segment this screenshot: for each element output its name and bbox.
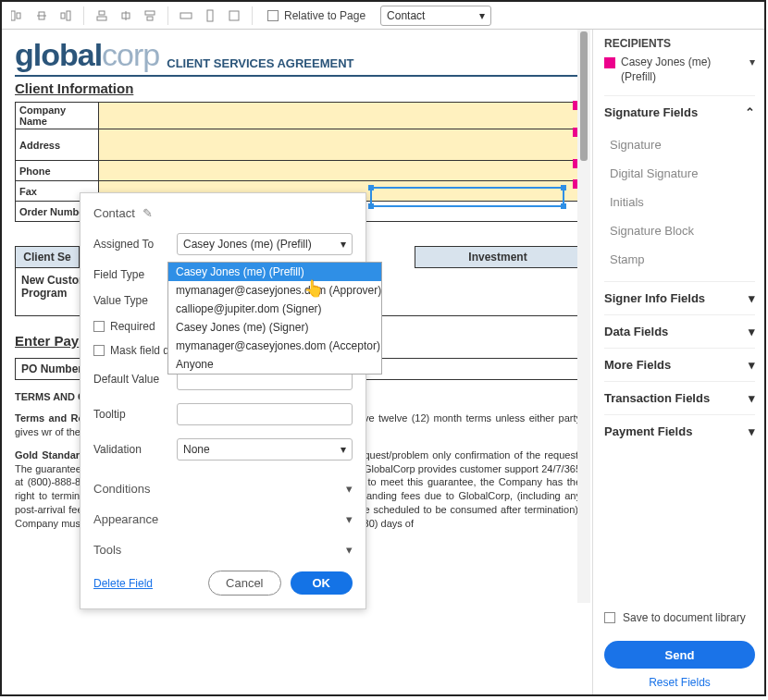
chevron-down-icon: ▾ bbox=[346, 482, 353, 496]
size-icon-2[interactable] bbox=[200, 6, 220, 26]
dropdown-item[interactable]: Casey Jones (me) (Signer) bbox=[168, 318, 381, 337]
align-icon-1[interactable] bbox=[7, 6, 28, 26]
chevron-down-icon: ▾ bbox=[479, 9, 485, 22]
tooltip-input[interactable] bbox=[177, 403, 353, 425]
chevron-down-icon: ▾ bbox=[346, 512, 353, 526]
toolbar-field-select[interactable]: Contact ▾ bbox=[380, 6, 491, 26]
svg-rect-13 bbox=[207, 10, 213, 21]
svg-rect-7 bbox=[99, 11, 105, 15]
align-icon-5[interactable] bbox=[116, 6, 136, 26]
chevron-down-icon: ▾ bbox=[749, 424, 755, 438]
svg-rect-5 bbox=[61, 13, 65, 18]
payment-fields-section[interactable]: Payment Fields▾ bbox=[604, 414, 755, 448]
dropdown-item[interactable]: mymanager@caseyjones.dom (Acceptor) bbox=[168, 337, 381, 355]
send-button[interactable]: Send bbox=[604, 641, 755, 669]
popup-title: Contact bbox=[93, 206, 135, 220]
appearance-section[interactable]: Appearance▾ bbox=[93, 504, 353, 534]
conditions-section[interactable]: Conditions▾ bbox=[93, 473, 353, 504]
svg-rect-10 bbox=[145, 11, 155, 15]
more-fields-section[interactable]: More Fields▾ bbox=[604, 348, 755, 381]
svg-rect-11 bbox=[147, 17, 153, 20]
transaction-fields-section[interactable]: Transaction Fields▾ bbox=[604, 381, 755, 414]
sig-item-stamp[interactable]: Stamp bbox=[610, 245, 755, 274]
save-library-checkbox[interactable]: Save to document library bbox=[604, 602, 755, 633]
chevron-down-icon: ▾ bbox=[341, 443, 346, 456]
sig-item-digital[interactable]: Digital Signature bbox=[610, 159, 755, 188]
sig-item-initials[interactable]: Initials bbox=[610, 188, 755, 216]
signer-info-section[interactable]: Signer Info Fields▾ bbox=[604, 281, 755, 314]
signature-fields-section[interactable]: Signature Fields⌃ bbox=[604, 95, 755, 129]
dropdown-item[interactable]: calliope@jupiter.dom (Signer) bbox=[168, 300, 381, 318]
tools-section[interactable]: Tools▾ bbox=[93, 534, 353, 565]
svg-rect-6 bbox=[97, 17, 106, 20]
phone-field[interactable] bbox=[99, 161, 581, 181]
recipient-row[interactable]: Casey Jones (me) (Prefill) ▾ bbox=[604, 55, 755, 84]
size-icon-1[interactable] bbox=[176, 6, 196, 26]
recipients-title: RECIPIENTS bbox=[604, 37, 755, 50]
svg-rect-4 bbox=[67, 11, 70, 20]
svg-rect-14 bbox=[229, 11, 239, 20]
document-canvas: globalcorp CLIENT SERVICES AGREEMENT Cli… bbox=[2, 30, 592, 694]
chevron-down-icon: ▾ bbox=[749, 391, 755, 405]
required-checkbox[interactable]: Required bbox=[93, 320, 155, 333]
svg-rect-1 bbox=[17, 13, 20, 18]
relative-to-page: Relative to Page bbox=[267, 9, 365, 22]
cancel-button[interactable]: Cancel bbox=[208, 571, 280, 596]
vertical-scrollbar[interactable] bbox=[577, 30, 590, 603]
dropdown-item-selected[interactable]: Casey Jones (me) (Prefill) bbox=[168, 263, 381, 281]
ok-button[interactable]: OK bbox=[291, 571, 353, 595]
svg-rect-12 bbox=[180, 13, 192, 18]
address-field[interactable] bbox=[99, 129, 581, 161]
chevron-down-icon[interactable]: ▾ bbox=[749, 55, 755, 70]
dropdown-item[interactable]: mymanager@caseyjones.dom (Approver) bbox=[168, 281, 381, 300]
selected-field[interactable] bbox=[370, 187, 564, 207]
dropdown-item[interactable]: Anyone bbox=[168, 355, 381, 374]
reset-fields-link[interactable]: Reset Fields bbox=[604, 676, 755, 689]
sig-item-block[interactable]: Signature Block bbox=[610, 216, 755, 245]
assigned-to-select[interactable]: Casey Jones (me) (Prefill) ▾ bbox=[177, 233, 353, 255]
company-field[interactable] bbox=[99, 103, 581, 129]
align-icon-2[interactable] bbox=[31, 6, 52, 26]
chevron-down-icon: ▾ bbox=[346, 543, 353, 557]
top-toolbar: Relative to Page Contact ▾ bbox=[2, 2, 764, 30]
align-icon-4[interactable] bbox=[92, 6, 112, 26]
chevron-down-icon: ▾ bbox=[341, 238, 346, 251]
recipient-color-icon bbox=[604, 57, 615, 68]
sig-item-signature[interactable]: Signature bbox=[610, 130, 755, 159]
document-header: globalcorp CLIENT SERVICES AGREEMENT bbox=[15, 37, 581, 77]
agreement-title: CLIENT SERVICES AGREEMENT bbox=[167, 56, 353, 70]
align-icon-6[interactable] bbox=[140, 6, 160, 26]
chevron-down-icon: ▾ bbox=[749, 291, 755, 305]
align-icon-3[interactable] bbox=[56, 6, 76, 26]
assigned-to-dropdown: Casey Jones (me) (Prefill) mymanager@cas… bbox=[167, 262, 382, 375]
delete-field-link[interactable]: Delete Field bbox=[93, 577, 153, 590]
chevron-up-icon: ⌃ bbox=[745, 105, 755, 119]
svg-rect-0 bbox=[11, 11, 15, 20]
edit-icon[interactable]: ✎ bbox=[142, 206, 153, 220]
chevron-down-icon: ▾ bbox=[749, 325, 755, 338]
size-icon-3[interactable] bbox=[224, 6, 244, 26]
data-fields-section[interactable]: Data Fields▾ bbox=[604, 314, 755, 348]
right-panel: RECIPIENTS Casey Jones (me) (Prefill) ▾ … bbox=[592, 30, 764, 694]
section-client-info: Client Information bbox=[15, 80, 581, 96]
chevron-down-icon: ▾ bbox=[749, 358, 755, 372]
field-properties-popup: Contact ✎ Assigned To Casey Jones (me) (… bbox=[80, 192, 366, 609]
validation-select[interactable]: None ▾ bbox=[177, 438, 353, 461]
relative-checkbox[interactable] bbox=[267, 10, 279, 21]
